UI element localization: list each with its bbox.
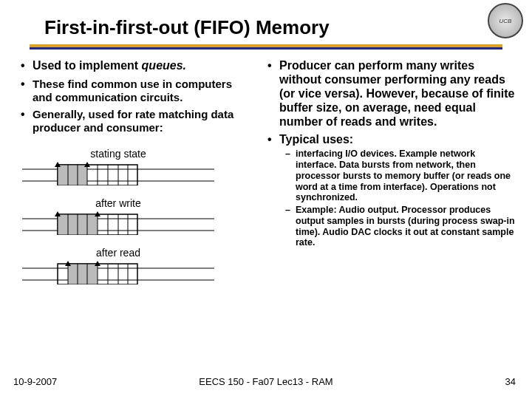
right-bullet-1-text: Typical uses:	[279, 133, 353, 146]
right-column: Producer can perform many writes without…	[260, 58, 519, 287]
left-column: Used to implement queues. These find com…	[16, 58, 260, 287]
left-bullet-1-text: These find common use in computers and c…	[33, 78, 232, 103]
fifo-diagram-0	[22, 162, 214, 185]
right-sub-1-text: Example: Audio output. Processor produce…	[296, 205, 515, 248]
title-underline	[30, 44, 502, 47]
svg-rect-3	[58, 165, 87, 185]
left-bullet-0: Used to implement queues.	[16, 59, 253, 73]
seal-text: UCB	[499, 18, 512, 24]
diag-label-1: after write	[22, 197, 214, 209]
fifo-diagram-2	[22, 261, 214, 284]
slide: UCB First-in-first-out (FIFO) Memory Use…	[0, 0, 532, 399]
footer-page-number: 34	[505, 376, 516, 387]
slide-body: Used to implement queues. These find com…	[16, 58, 519, 287]
university-seal-icon: UCB	[488, 3, 523, 38]
fifo-diagrams: stating state after write	[22, 148, 253, 287]
slide-title: First-in-first-out (FIFO) Memory	[44, 16, 330, 39]
right-sub-1: Example: Audio output. Processor produce…	[279, 205, 519, 248]
svg-rect-27	[68, 264, 98, 284]
right-bullets: Producer can perform many writes without…	[263, 59, 519, 248]
right-sub-bullets: interfacing I/O devices. Example network…	[279, 149, 519, 248]
right-bullet-1: Typical uses: interfacing I/O devices. E…	[263, 133, 519, 248]
right-sub-0: interfacing I/O devices. Example network…	[279, 149, 519, 203]
left-bullets: Used to implement queues. These find com…	[16, 59, 253, 134]
fifo-diagram-1	[22, 211, 214, 235]
right-bullet-0-text: Producer can perform many writes without…	[279, 59, 514, 128]
right-bullet-0: Producer can perform many writes without…	[263, 59, 519, 129]
diag-label-0: stating state	[22, 148, 214, 160]
diag-label-2: after read	[22, 247, 214, 259]
left-bullet-0-text: Used to implement	[33, 59, 142, 72]
left-bullet-2-text: Generally, used for rate matching data p…	[33, 108, 233, 134]
left-bullet-0-italic: queues.	[142, 59, 186, 72]
right-sub-0-text: interfacing I/O devices. Example network…	[296, 149, 511, 202]
left-bullet-2: Generally, used for rate matching data p…	[16, 108, 253, 134]
left-bullet-1: These find common use in computers and c…	[16, 78, 253, 103]
footer-course: EECS 150 - Fa07 Lec13 - RAM	[0, 376, 532, 387]
